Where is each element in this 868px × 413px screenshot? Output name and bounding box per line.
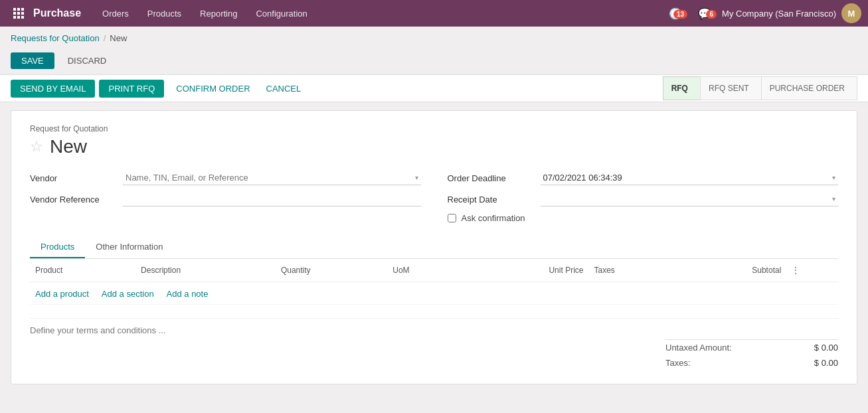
ask-confirmation-label[interactable]: Ask confirmation (462, 213, 525, 223)
col-taxes: Taxes (588, 259, 675, 282)
ask-confirmation-checkbox[interactable] (448, 214, 456, 222)
svg-rect-1 (17, 8, 20, 11)
form-left-col: Vendor ▾ Vendor Reference (30, 171, 421, 223)
svg-rect-0 (13, 8, 16, 11)
svg-rect-4 (17, 12, 20, 15)
main-content: Request for Quotation ☆ New Vendor ▾ Ven… (0, 102, 868, 392)
untaxed-amount-label: Untaxed Amount: (665, 343, 732, 353)
form-subtitle: Request for Quotation (30, 124, 838, 133)
receipt-date-label: Receipt Date (448, 195, 534, 205)
svg-rect-8 (21, 16, 24, 19)
step-rfq[interactable]: RFQ (663, 76, 701, 100)
user-avatar[interactable]: M (841, 3, 861, 23)
calendar-count: 13 (673, 10, 687, 19)
col-quantity: Quantity (276, 259, 387, 282)
summary-section: Untaxed Amount: $ 0.00 Taxes: $ 0.00 (30, 339, 838, 371)
order-deadline-wrapper[interactable]: ▾ (541, 171, 839, 185)
breadcrumb-current: New (110, 33, 127, 43)
table-header: Product Description Quantity UoM Unit Pr… (30, 259, 838, 282)
terms-input[interactable] (30, 325, 434, 335)
print-rfq-button[interactable]: PRINT RFQ (99, 80, 164, 98)
nav-right: 🕐 13 💬 6 My Company (San Francisco) M (663, 3, 861, 23)
taxes-label: Taxes: (665, 358, 691, 368)
tab-other-information[interactable]: Other Information (85, 236, 173, 258)
workflow-steps: RFQ RFQ SENT PURCHASE ORDER (663, 76, 857, 100)
cancel-button[interactable]: CANCEL (258, 80, 309, 98)
favorite-star-icon[interactable]: ☆ (30, 138, 43, 155)
receipt-date-wrapper[interactable]: ▾ (541, 192, 839, 206)
table-add-actions: Add a product Add a section Add a note (30, 282, 838, 305)
order-deadline-input[interactable] (543, 173, 833, 183)
chat-badge[interactable]: 💬 6 (693, 7, 717, 20)
top-nav: Purchase Orders Products Reporting Confi… (0, 0, 868, 27)
add-note-link[interactable]: Add a note (167, 289, 209, 299)
ask-confirmation-row: Ask confirmation (448, 213, 839, 223)
vendor-ref-input[interactable] (123, 192, 421, 206)
grid-menu-icon[interactable] (7, 0, 31, 27)
receipt-date-input[interactable] (543, 194, 833, 204)
vendor-label: Vendor (30, 173, 116, 183)
calendar-badge[interactable]: 🕐 13 (663, 7, 687, 20)
table-add-row: Add a product Add a section Add a note (30, 282, 838, 305)
summary-table: Untaxed Amount: $ 0.00 Taxes: $ 0.00 (665, 339, 838, 371)
untaxed-amount-row: Untaxed Amount: $ 0.00 (665, 340, 838, 355)
form-title: New (50, 136, 87, 157)
taxes-row: Taxes: $ 0.00 (665, 355, 838, 371)
order-deadline-dropdown-arrow[interactable]: ▾ (832, 174, 835, 181)
breadcrumb: Requests for Quotation / New (0, 27, 868, 50)
order-deadline-label: Order Deadline (448, 173, 534, 183)
col-unit-price: Unit Price (464, 259, 589, 282)
col-description: Description (135, 259, 276, 282)
nav-configuration[interactable]: Configuration (246, 0, 316, 27)
form-card: Request for Quotation ☆ New Vendor ▾ Ven… (11, 110, 857, 384)
confirm-order-button[interactable]: CONFIRM ORDER (168, 80, 258, 98)
product-table: Product Description Quantity UoM Unit Pr… (30, 259, 838, 305)
col-uom: UoM (387, 259, 464, 282)
receipt-date-field-row: Receipt Date ▾ (448, 192, 839, 206)
breadcrumb-parent[interactable]: Requests for Quotation (11, 33, 100, 43)
table-body: Add a product Add a section Add a note (30, 282, 838, 305)
breadcrumb-separator: / (104, 33, 106, 43)
app-name: Purchase (33, 7, 81, 19)
form-right-col: Order Deadline ▾ Receipt Date ▾ Ask con (448, 171, 839, 223)
vendor-ref-label: Vendor Reference (30, 195, 116, 205)
form-fields: Vendor ▾ Vendor Reference Order Deadline (30, 171, 838, 223)
add-product-link[interactable]: Add a product (35, 289, 89, 299)
add-section-link[interactable]: Add a section (102, 289, 154, 299)
nav-orders[interactable]: Orders (93, 0, 138, 27)
taxes-value: $ 0.00 (814, 358, 838, 368)
tab-products[interactable]: Products (30, 236, 85, 258)
tabs: Products Other Information (30, 236, 838, 259)
step-purchase-order[interactable]: PURCHASE ORDER (761, 76, 857, 100)
svg-rect-7 (17, 16, 20, 19)
workflow-bar: SEND BY EMAIL PRINT RFQ CONFIRM ORDER CA… (0, 74, 868, 102)
untaxed-amount-value: $ 0.00 (814, 343, 838, 353)
step-rfq-sent[interactable]: RFQ SENT (700, 76, 762, 100)
receipt-date-dropdown-arrow[interactable]: ▾ (832, 195, 835, 203)
terms-area (30, 318, 838, 335)
vendor-field-row: Vendor ▾ (30, 171, 421, 185)
vendor-input-wrapper[interactable]: ▾ (123, 171, 421, 185)
vendor-ref-field-row: Vendor Reference (30, 192, 421, 206)
nav-products[interactable]: Products (138, 0, 191, 27)
chat-count: 6 (706, 10, 717, 19)
nav-links: Orders Products Reporting Configuration (93, 0, 663, 27)
order-deadline-field-row: Order Deadline ▾ (448, 171, 839, 185)
vendor-input[interactable] (126, 173, 415, 183)
vendor-dropdown-arrow[interactable]: ▾ (415, 174, 418, 181)
svg-rect-6 (13, 16, 16, 19)
send-by-email-button[interactable]: SEND BY EMAIL (11, 80, 95, 98)
svg-rect-5 (21, 12, 24, 15)
col-menu-icon[interactable]: ⋮ (786, 259, 838, 282)
company-name[interactable]: My Company (San Francisco) (722, 9, 836, 19)
form-heading: ☆ New (30, 136, 838, 157)
svg-rect-2 (21, 8, 24, 11)
action-bar: SAVE DISCARD (0, 50, 868, 74)
save-button[interactable]: SAVE (11, 52, 54, 69)
svg-rect-3 (13, 12, 16, 15)
nav-reporting[interactable]: Reporting (191, 0, 246, 27)
discard-button[interactable]: DISCARD (60, 52, 115, 69)
col-product: Product (30, 259, 135, 282)
col-subtotal: Subtotal (676, 259, 787, 282)
